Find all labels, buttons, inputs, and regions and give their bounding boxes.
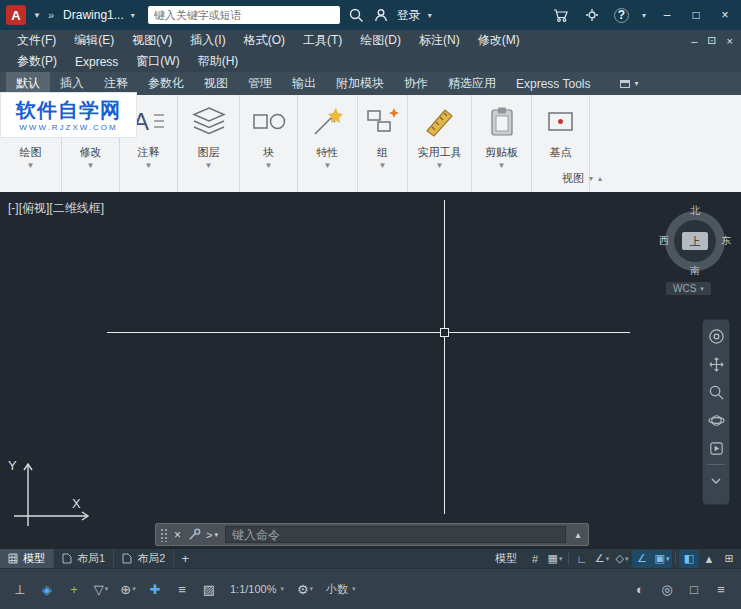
customization-button[interactable]: ≡: [709, 577, 733, 601]
panel-expand-icon[interactable]: ▼: [265, 161, 273, 170]
dynamic-ucs-toggle[interactable]: ⊥: [8, 577, 32, 601]
panel-expand-icon[interactable]: ▼: [205, 161, 213, 170]
close-button[interactable]: ×: [717, 8, 733, 22]
gizmo-toggle[interactable]: ⊕ ▾: [116, 577, 140, 601]
snap-mode-toggle[interactable]: ▦ ▾: [545, 550, 565, 568]
tab-addins[interactable]: 附加模块: [326, 72, 394, 95]
annotation-monitor-toggle[interactable]: ✚: [143, 577, 167, 601]
selection-filtering-toggle[interactable]: ▽ ▾: [89, 577, 113, 601]
search-icon[interactable]: [347, 6, 365, 24]
lineweight-toggle[interactable]: ≡: [170, 577, 194, 601]
ortho-mode-toggle[interactable]: ∟: [572, 550, 592, 568]
ribbon-display-toggle[interactable]: ▾: [614, 72, 644, 95]
command-history-icon[interactable]: ▴: [570, 529, 586, 540]
pan-button[interactable]: [703, 350, 729, 378]
sign-in-button[interactable]: 登录: [397, 7, 421, 24]
layers-tools-button[interactable]: [191, 100, 227, 142]
annotation-visibility-toggle[interactable]: ▲: [699, 550, 719, 568]
selection-cycling-toggle[interactable]: ◧: [679, 550, 699, 568]
panel-expand-icon[interactable]: ▼: [498, 161, 506, 170]
object-snap-toggle[interactable]: ▣ ▾: [652, 550, 672, 568]
menu-modify[interactable]: 修改(M): [469, 32, 529, 49]
new-layout-button[interactable]: +: [174, 549, 196, 568]
show-motion-button[interactable]: [703, 434, 729, 462]
navigation-wheel-button[interactable]: [703, 322, 729, 350]
viewport-controls[interactable]: [-][俯视][二维线框]: [8, 200, 104, 217]
clipboard-tools-button[interactable]: [484, 100, 520, 142]
annotation-scale-button[interactable]: 1:1/100% ▾: [224, 577, 290, 601]
menu-dimension[interactable]: 标注(N): [410, 32, 469, 49]
tab-featured-apps[interactable]: 精选应用: [438, 72, 506, 95]
command-input[interactable]: [225, 526, 566, 543]
quick-access-expand-icon[interactable]: »: [48, 9, 54, 21]
menu-draw[interactable]: 绘图(D): [351, 32, 410, 49]
doc-restore-button[interactable]: ⊡: [707, 34, 716, 47]
menu-view[interactable]: 视图(V): [123, 32, 181, 49]
command-bar-grip[interactable]: [160, 528, 168, 542]
search-input[interactable]: [148, 9, 340, 21]
tab-express-tools[interactable]: Express Tools: [506, 72, 600, 95]
command-customize-icon[interactable]: [185, 528, 203, 541]
workspace-dropdown-icon[interactable]: ▼: [33, 11, 41, 20]
compass-north-label[interactable]: 北: [690, 204, 700, 218]
tab-output[interactable]: 输出: [282, 72, 326, 95]
menu-help[interactable]: 帮助(H): [189, 53, 248, 70]
help-button[interactable]: ?: [614, 8, 629, 23]
zoom-button[interactable]: [703, 378, 729, 406]
menu-parametric[interactable]: 参数(P): [8, 53, 66, 70]
navbar-menu-icon[interactable]: [703, 467, 729, 495]
menu-file[interactable]: 文件(F): [8, 32, 65, 49]
compass-west-label[interactable]: 西: [659, 234, 669, 248]
isometric-drafting-toggle[interactable]: ◇ ▾: [612, 550, 632, 568]
panel-expand-icon[interactable]: ▼: [436, 161, 444, 170]
clean-screen-button[interactable]: □: [682, 577, 706, 601]
menu-format[interactable]: 格式(O): [235, 32, 294, 49]
doc-minimize-button[interactable]: –: [691, 35, 697, 47]
wcs-dropdown[interactable]: WCS ▾: [666, 282, 711, 295]
tab-manage[interactable]: 管理: [238, 72, 282, 95]
panel-expand-icon[interactable]: ▼: [324, 161, 332, 170]
viewcube-top-face[interactable]: 上: [682, 232, 708, 250]
hardware-acceleration-button[interactable]: ◎: [655, 577, 679, 601]
panel-expand-icon[interactable]: ▼: [27, 161, 35, 170]
recent-commands-button[interactable]: > ▾: [203, 529, 221, 541]
utilities-tools-button[interactable]: [422, 100, 458, 142]
panel-expand-icon[interactable]: ▼: [87, 161, 95, 170]
workspace-switching-button[interactable]: ⚙ ▾: [293, 577, 317, 601]
chevron-down-icon[interactable]: ▾: [589, 174, 593, 183]
title-dropdown-icon[interactable]: ▾: [131, 11, 135, 20]
compass-east-label[interactable]: 东: [721, 234, 731, 248]
isolate-objects-button[interactable]: ◐: [628, 577, 652, 601]
store-cart-icon[interactable]: [552, 6, 570, 24]
model-space-button[interactable]: 模型: [487, 551, 525, 566]
compass-south-label[interactable]: 南: [690, 264, 700, 278]
drawing-canvas[interactable]: [-][俯视][二维线框] 北 南 西 东 上 WCS ▾: [0, 192, 741, 548]
menu-insert[interactable]: 插入(I): [181, 32, 234, 49]
minimize-button[interactable]: –: [659, 8, 675, 22]
user-icon[interactable]: [372, 6, 390, 24]
maximize-button[interactable]: □: [688, 8, 704, 22]
menu-edit[interactable]: 编辑(E): [65, 32, 123, 49]
panel-expand-icon[interactable]: ▼: [145, 161, 153, 170]
object-snap-tracking-toggle[interactable]: ∠: [632, 550, 652, 568]
help-dropdown-icon[interactable]: ▾: [642, 11, 646, 20]
panel-toggle-icon[interactable]: ▴: [598, 174, 602, 183]
orbit-button[interactable]: [703, 406, 729, 434]
polar-tracking-toggle[interactable]: ∠ ▾: [592, 550, 612, 568]
units-button[interactable]: 小数 ▾: [320, 577, 362, 601]
autodesk-360-icon[interactable]: [583, 6, 601, 24]
doc-close-button[interactable]: ×: [727, 35, 733, 47]
sign-in-dropdown-icon[interactable]: ▾: [428, 11, 432, 20]
tab-view[interactable]: 视图: [194, 72, 238, 95]
grid-display-toggle[interactable]: #: [525, 550, 545, 568]
tab-parametric[interactable]: 参数化: [138, 72, 194, 95]
menu-express[interactable]: Express: [66, 55, 127, 69]
application-menu-button[interactable]: A: [6, 5, 26, 25]
command-close-icon[interactable]: ×: [170, 528, 185, 542]
tab-layout1[interactable]: 布局1: [54, 549, 114, 568]
tab-model[interactable]: 模型: [0, 549, 54, 568]
block-tools-button[interactable]: [251, 100, 287, 142]
transparency-toggle[interactable]: ▨: [197, 577, 221, 601]
view-cube[interactable]: 北 南 西 东 上: [658, 204, 732, 278]
dynamic-input-toggle[interactable]: +: [62, 577, 86, 601]
